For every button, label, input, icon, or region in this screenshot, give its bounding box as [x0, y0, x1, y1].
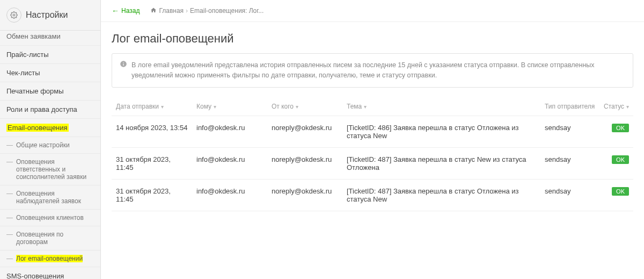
cell-sender: sendsay — [540, 147, 599, 179]
sidebar-item-label: Email-оповещения — [6, 124, 69, 132]
sidebar-title: Настройки — [26, 10, 68, 20]
table-row[interactable]: 14 ноября 2023, 13:54info@okdesk.runorep… — [112, 116, 633, 147]
dash-icon: — — [6, 255, 13, 262]
back-label: Назад — [121, 7, 140, 15]
status-badge: OK — [612, 124, 629, 132]
gear-icon — [6, 8, 21, 23]
arrow-left-icon: ← — [112, 6, 119, 15]
svg-point-0 — [13, 14, 15, 16]
home-icon[interactable] — [150, 7, 157, 15]
dash-icon: — — [6, 158, 13, 166]
col-header-sender: Тип отправителя — [540, 97, 599, 116]
sidebar: Настройки Обмен заявками Прайс-листы Чек… — [0, 0, 101, 279]
dash-icon: — — [6, 190, 13, 197]
cell-subject: [TicketID: 487] Заявка перешла в статус … — [342, 147, 540, 179]
table-row[interactable]: 31 октября 2023, 11:45info@okdesk.runore… — [112, 147, 633, 179]
back-button[interactable]: ← Назад — [112, 6, 140, 15]
breadcrumb-home[interactable]: Главная — [159, 7, 184, 15]
cell-status: OK — [599, 116, 633, 147]
sidebar-subitem-label: Оповещения по договорам — [16, 231, 94, 246]
sidebar-item[interactable]: Печатные формы — [0, 82, 100, 101]
info-icon — [120, 60, 127, 71]
col-header-subject[interactable]: Тема▾ — [342, 97, 540, 116]
dash-icon: — — [6, 231, 13, 238]
sidebar-item[interactable]: Обмен заявками — [0, 27, 100, 46]
sidebar-item[interactable]: Чек-листы — [0, 64, 100, 82]
filter-icon[interactable]: ▾ — [364, 104, 367, 110]
cell-date: 31 октября 2023, 11:45 — [112, 147, 192, 179]
cell-sender: sendsay — [540, 116, 599, 147]
breadcrumb-current[interactable]: Email-оповещения: Лог... — [190, 7, 264, 15]
sidebar-subitem-label: Оповещения клиентов — [16, 214, 84, 221]
page-title: Лог email-оповещений — [101, 22, 644, 53]
cell-from: noreply@okdesk.ru — [267, 179, 342, 211]
sidebar-item-email-notifications[interactable]: Email-оповещения — [0, 119, 100, 137]
sidebar-subitem[interactable]: —Оповещения клиентов — [0, 210, 100, 226]
cell-subject: [TicketID: 486] Заявка перешла в статус … — [342, 116, 540, 147]
email-log-table: Дата отправки▾ Кому▾ От кого▾ Тема▾ Тип … — [101, 97, 644, 211]
chevron-right-icon: › — [186, 7, 188, 15]
sidebar-subitem[interactable]: —Оповещения ответственных и соисполнител… — [0, 154, 100, 185]
sidebar-item[interactable]: Роли и права доступа — [0, 101, 100, 119]
col-header-date[interactable]: Дата отправки▾ — [112, 97, 192, 116]
filter-icon[interactable]: ▾ — [296, 104, 298, 110]
sidebar-header: Настройки — [0, 0, 100, 31]
cell-status: OK — [599, 179, 633, 211]
cell-subject: [TicketID: 487] Заявка перешла в статус … — [342, 179, 540, 211]
sidebar-subitem-label: Лог email-оповещений — [16, 255, 83, 262]
info-banner: В логе email уведомлений представлена ис… — [112, 53, 633, 88]
col-header-status[interactable]: Статус▾ — [599, 97, 633, 116]
status-badge: OK — [612, 155, 629, 164]
sidebar-item[interactable]: Прайс-листы — [0, 46, 100, 64]
sidebar-item[interactable]: SMS-оповещения — [0, 267, 100, 279]
table-row[interactable]: 31 октября 2023, 11:45info@okdesk.runore… — [112, 179, 633, 211]
filter-icon[interactable]: ▾ — [626, 104, 629, 110]
cell-to: info@okdesk.ru — [192, 147, 267, 179]
sidebar-subitem-email-log[interactable]: —Лог email-оповещений — [0, 251, 100, 267]
col-header-to[interactable]: Кому▾ — [192, 97, 267, 116]
sidebar-subitem-label: Общие настройки — [16, 141, 70, 149]
info-text: В логе email уведомлений представлена ис… — [131, 60, 625, 81]
status-badge: OK — [612, 187, 629, 196]
sidebar-subitem[interactable]: —Оповещения наблюдателей заявок — [0, 185, 100, 210]
cell-from: noreply@okdesk.ru — [267, 147, 342, 179]
sidebar-subitem-label: Оповещения наблюдателей заявок — [16, 190, 94, 205]
breadcrumb: ← Назад Главная › Email-оповещения: Лог.… — [101, 0, 644, 22]
cell-to: info@okdesk.ru — [192, 116, 267, 147]
cell-date: 14 ноября 2023, 13:54 — [112, 116, 192, 147]
dash-icon: — — [6, 214, 13, 221]
main-content: ← Назад Главная › Email-оповещения: Лог.… — [101, 0, 644, 279]
sidebar-subitem-label: Оповещения ответственных и соисполнителе… — [16, 158, 94, 181]
dash-icon: — — [6, 141, 13, 149]
sidebar-subitem[interactable]: —Оповещения по договорам — [0, 226, 100, 251]
cell-status: OK — [599, 147, 633, 179]
cell-sender: sendsay — [540, 179, 599, 211]
filter-icon[interactable]: ▾ — [161, 104, 164, 110]
cell-date: 31 октября 2023, 11:45 — [112, 179, 192, 211]
filter-icon[interactable]: ▾ — [214, 104, 216, 110]
col-header-from[interactable]: От кого▾ — [267, 97, 342, 116]
cell-to: info@okdesk.ru — [192, 179, 267, 211]
cell-from: noreply@okdesk.ru — [267, 116, 342, 147]
sidebar-subitem[interactable]: —Общие настройки — [0, 137, 100, 154]
